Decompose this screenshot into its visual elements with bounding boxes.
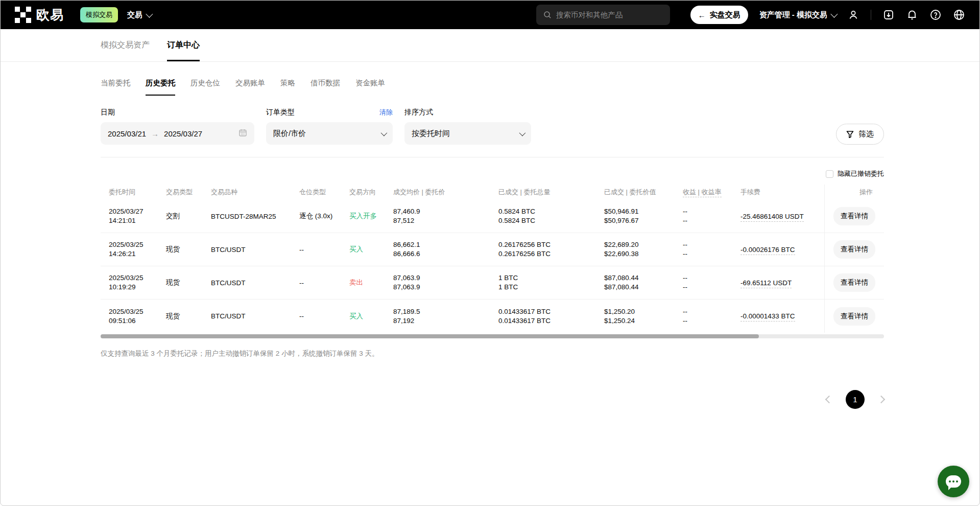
cell-trade-type: 现货 <box>166 245 211 254</box>
order-type-label: 订单类型 <box>266 108 295 117</box>
order-center-content: 当前委托 历史委托 历史仓位 交易账单 策略 借币数据 资金账单 日期 2025… <box>101 78 884 409</box>
prev-page-icon[interactable] <box>825 396 833 404</box>
table-rows: 2025/03/2714:21:01 交割 BTCUSDT-28MAR25 逐仓… <box>101 200 884 333</box>
tab-order-history[interactable]: 历史委托 <box>146 78 175 96</box>
support-chat-widget[interactable] <box>938 466 969 497</box>
tab-current-orders[interactable]: 当前委托 <box>101 78 130 96</box>
date-range-input[interactable]: 2025/03/21 → 2025/03/27 <box>101 122 254 145</box>
page-tabs: 模拟交易资产 订单中心 <box>1 29 979 62</box>
table-row: 2025/03/2509:51:06 现货 BTC/USDT -- 买入 87,… <box>101 300 884 333</box>
sort-value: 按委托时间 <box>412 129 450 139</box>
help-icon[interactable] <box>929 9 942 21</box>
brand-name: 欧易 <box>36 6 64 24</box>
col-header-order-time: 委托时间 <box>101 188 166 197</box>
clear-filter-link[interactable]: 清除 <box>379 108 393 117</box>
cell-pnl: ---- <box>683 273 740 292</box>
cell-side: 买入 <box>349 245 393 254</box>
cell-filled-amount: 0.01433617 BTC0.01433617 BTC <box>498 307 604 326</box>
hide-canceled-label[interactable]: 隐藏已撤销委托 <box>838 169 884 178</box>
view-details-button[interactable]: 查看详情 <box>833 207 875 225</box>
tab-position-history[interactable]: 历史仓位 <box>190 78 220 96</box>
tab-borrow-data[interactable]: 借币数据 <box>310 78 340 96</box>
navbar-right-group: ← 实盘交易 资产管理 - 模拟交易 <box>690 6 965 24</box>
pagination: 1 <box>101 390 884 409</box>
search-icon <box>543 11 552 19</box>
tab-demo-assets[interactable]: 模拟交易资产 <box>101 40 150 61</box>
col-header-price: 成交均价 | 委托价 <box>393 188 498 197</box>
cell-price: 87,063.987,063.9 <box>393 273 498 292</box>
download-app-icon[interactable] <box>882 9 895 21</box>
tab-trade-bills[interactable]: 交易账单 <box>235 78 265 96</box>
cell-filled-value: $50,946.91$50,976.67 <box>604 207 683 225</box>
cell-pnl: ---- <box>683 240 740 259</box>
horizontal-scrollbar-thumb[interactable] <box>101 334 759 338</box>
date-filter-group: 日期 2025/03/21 → 2025/03/27 <box>101 108 254 145</box>
cell-action: 查看详情 <box>824 300 884 333</box>
okx-logo[interactable]: 欧易 <box>15 6 64 24</box>
cell-fee: -0.00026176 BTC <box>740 246 824 254</box>
app-window: 欧易 模拟交易 交易 搜索币对和其他产品 ← 实盘交易 资产管理 - 模拟交易 <box>0 0 980 506</box>
section-divider <box>101 157 884 157</box>
date-filter-label: 日期 <box>101 108 115 117</box>
cell-action: 查看详情 <box>824 266 884 300</box>
col-header-position-type: 仓位类型 <box>299 188 349 197</box>
asset-management-menu[interactable]: 资产管理 - 模拟交易 <box>759 10 836 20</box>
cell-fee: -69.65112 USDT <box>740 279 824 287</box>
demo-trading-badge: 模拟交易 <box>80 7 118 22</box>
page-number-current[interactable]: 1 <box>846 390 865 409</box>
hide-canceled-row: 隐藏已撤销委托 <box>101 169 884 178</box>
live-trading-label: 实盘交易 <box>710 10 740 20</box>
navbar-divider <box>871 10 871 20</box>
horizontal-scrollbar-track[interactable] <box>101 334 884 338</box>
nav-trade-label: 交易 <box>127 10 142 20</box>
order-type-select[interactable]: 限价/市价 <box>266 122 393 145</box>
cell-instrument: BTC/USDT <box>211 312 299 320</box>
tab-strategy[interactable]: 策略 <box>280 78 295 96</box>
cell-side: 买入开多 <box>349 212 393 221</box>
next-page-icon[interactable] <box>877 396 886 404</box>
okx-logo-icon <box>15 7 31 23</box>
live-trading-button[interactable]: ← 实盘交易 <box>690 6 748 24</box>
nav-trade-menu[interactable]: 交易 <box>127 10 151 20</box>
hide-canceled-checkbox[interactable] <box>826 170 833 178</box>
cell-trade-type: 现货 <box>166 312 211 321</box>
filter-button[interactable]: 筛选 <box>836 124 884 145</box>
language-globe-icon[interactable] <box>953 9 965 21</box>
sort-select[interactable]: 按委托时间 <box>404 122 531 145</box>
sort-label: 排序方式 <box>404 108 433 117</box>
retention-note: 仅支持查询最近 3 个月委托记录；用户主动撤销订单保留 2 小时，系统撤销订单保… <box>101 349 884 358</box>
asset-management-label: 资产管理 - 模拟交易 <box>759 10 827 20</box>
cell-position-type: 逐仓 (3.0x) <box>299 212 349 221</box>
date-range-arrow-icon: → <box>151 129 159 138</box>
col-header-trade-type: 交易类型 <box>166 188 211 197</box>
col-header-fee: 手续费 <box>740 188 824 197</box>
col-header-pnl: 收益 | 收益率 <box>683 188 740 197</box>
tab-funding-bills[interactable]: 资金账单 <box>355 78 385 96</box>
col-header-side: 交易方向 <box>349 188 393 197</box>
cell-side: 卖出 <box>349 278 393 287</box>
cell-action: 查看详情 <box>824 200 884 233</box>
top-navbar: 欧易 模拟交易 交易 搜索币对和其他产品 ← 实盘交易 资产管理 - 模拟交易 <box>1 1 979 29</box>
cell-filled-value: $22,689.20$22,690.38 <box>604 240 683 259</box>
tab-order-center[interactable]: 订单中心 <box>167 40 200 61</box>
chevron-down-icon <box>830 11 838 18</box>
table-row: 2025/03/2514:26:21 现货 BTC/USDT -- 买入 86,… <box>101 233 884 266</box>
cell-filled-amount: 0.5824 BTC0.5824 BTC <box>498 207 604 225</box>
col-header-action: 操作 <box>824 185 884 200</box>
filter-button-label: 筛选 <box>858 129 874 139</box>
date-to-value[interactable]: 2025/03/27 <box>164 129 202 138</box>
date-from-value[interactable]: 2025/03/21 <box>108 129 146 138</box>
account-icon[interactable] <box>847 9 859 21</box>
cell-filled-amount: 1 BTC1 BTC <box>498 273 604 292</box>
notifications-icon[interactable] <box>906 9 918 21</box>
calendar-icon[interactable] <box>238 128 247 139</box>
view-details-button[interactable]: 查看详情 <box>833 307 875 326</box>
cell-filled-value: $1,250.20$1,250.24 <box>604 307 683 326</box>
cell-instrument: BTC/USDT <box>211 279 299 287</box>
search-input[interactable]: 搜索币对和其他产品 <box>536 5 670 25</box>
chevron-down-icon <box>146 11 153 18</box>
view-details-button[interactable]: 查看详情 <box>833 273 875 292</box>
view-details-button[interactable]: 查看详情 <box>833 240 875 259</box>
funnel-icon <box>846 130 854 138</box>
order-type-filter-group: 订单类型 清除 限价/市价 <box>266 108 393 145</box>
